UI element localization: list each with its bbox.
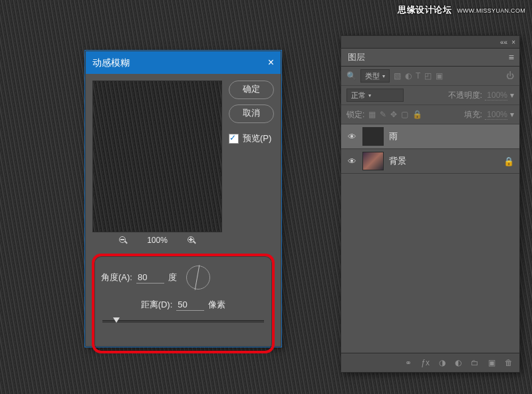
distance-slider[interactable]	[102, 316, 264, 325]
visibility-icon[interactable]: 👁	[346, 156, 357, 166]
filter-pixel-icon[interactable]: ▧	[394, 71, 401, 81]
dialog-titlebar[interactable]: 动感模糊 ×	[86, 51, 281, 74]
watermark: 思缘设计论坛 WWW.MISSYUAN.COM	[398, 4, 525, 16]
distance-label: 距离(D):	[141, 299, 173, 311]
chevron-down-icon: ▾	[368, 93, 371, 98]
fill-label: 填充:	[464, 109, 482, 120]
layer-name[interactable]: 雨	[389, 130, 398, 142]
filter-toggle-icon[interactable]: ⏻	[506, 71, 514, 81]
chevron-down-icon[interactable]: ▾	[510, 91, 514, 100]
group-icon[interactable]: 🗀	[471, 358, 479, 367]
layer-row[interactable]: 👁 背景 🔒	[341, 149, 519, 174]
filter-type-row: 🔍 类型 ▾ ▧ ◐ T ◰ ▣ ⏻	[341, 67, 519, 86]
dialog-body: 确定 取消 预览(P) 100% 角度(A): 度 距离(D): 像素	[86, 74, 281, 346]
lock-position-icon[interactable]: ✥	[390, 110, 397, 119]
blend-mode-label: 正常	[351, 91, 366, 100]
trash-icon[interactable]: 🗑	[505, 358, 513, 367]
zoom-row: 100%	[92, 235, 222, 246]
lock-row: 锁定: ▦ ✎ ✥ ▢ 🔒 填充: 100% ▾	[341, 105, 519, 124]
layers-panel: «« × 图层 ≡ 🔍 类型 ▾ ▧ ◐ T ◰ ▣ ⏻ 正常 ▾ 不透明度: …	[340, 35, 520, 373]
filter-adjust-icon[interactable]: ◐	[405, 71, 412, 81]
cancel-button[interactable]: 取消	[229, 104, 274, 123]
blend-row: 正常 ▾ 不透明度: 100% ▾	[341, 86, 519, 105]
collapse-icon[interactable]: ««	[500, 39, 507, 46]
search-icon[interactable]: 🔍	[346, 71, 356, 81]
distance-row: 距离(D): 像素	[101, 299, 265, 311]
slider-thumb[interactable]	[113, 317, 120, 323]
layer-row[interactable]: 👁 雨	[341, 124, 519, 149]
filter-type-icon[interactable]: T	[416, 71, 420, 81]
fill-value[interactable]: 100%	[485, 110, 507, 120]
layers-list: 👁 雨 👁 背景 🔒	[341, 124, 519, 174]
preview-checkbox[interactable]	[229, 134, 239, 144]
layer-name[interactable]: 背景	[389, 155, 406, 167]
kind-filter-label: 类型	[365, 71, 380, 81]
zoom-in-icon[interactable]	[186, 235, 197, 246]
zoom-out-icon[interactable]	[118, 235, 128, 246]
new-layer-icon[interactable]: ▣	[488, 358, 495, 367]
lock-pixels-icon[interactable]: ▦	[368, 110, 376, 119]
angle-label: 角度(A):	[101, 272, 132, 284]
lock-label: 锁定:	[346, 109, 364, 120]
visibility-icon[interactable]: 👁	[346, 132, 357, 142]
distance-input[interactable]	[176, 299, 204, 311]
distance-unit: 像素	[208, 299, 225, 311]
lock-brush-icon[interactable]: ✎	[380, 110, 386, 119]
preview-checkbox-label: 预览(P)	[243, 132, 271, 144]
opacity-label: 不透明度:	[448, 90, 482, 101]
fx-icon[interactable]: ƒx	[421, 358, 430, 367]
angle-row: 角度(A): 度	[101, 266, 265, 290]
ok-button[interactable]: 确定	[229, 81, 274, 99]
panel-topbar[interactable]: «« ×	[341, 36, 519, 49]
panel-close-icon[interactable]: ×	[511, 39, 515, 46]
angle-unit: 度	[168, 272, 177, 284]
panel-menu-icon[interactable]: ≡	[509, 52, 514, 63]
lock-icon[interactable]: 🔒	[503, 156, 514, 166]
chevron-down-icon[interactable]: ▾	[510, 110, 514, 119]
kind-filter-select[interactable]: 类型 ▾	[360, 69, 390, 83]
zoom-percent: 100%	[147, 236, 168, 245]
adjustment-icon[interactable]: ◐	[455, 358, 462, 367]
layer-thumbnail[interactable]	[362, 127, 384, 146]
tab-layers[interactable]: 图层	[341, 49, 372, 66]
filter-smart-icon[interactable]: ▣	[436, 71, 443, 81]
angle-input[interactable]	[136, 272, 164, 284]
slider-track	[102, 320, 264, 323]
lock-all-icon[interactable]: 🔒	[412, 110, 422, 119]
preview-thumbnail[interactable]	[92, 81, 222, 232]
link-layers-icon[interactable]: ⚭	[405, 358, 412, 367]
angle-dial[interactable]	[186, 266, 210, 290]
chevron-down-icon: ▾	[382, 73, 385, 79]
dialog-button-column: 确定 取消 预览(P)	[229, 81, 274, 144]
motion-blur-dialog: 动感模糊 × 确定 取消 预览(P) 100% 角度(A): 度	[85, 51, 281, 347]
watermark-url: WWW.MISSYUAN.COM	[457, 7, 525, 14]
opacity-value[interactable]: 100%	[485, 91, 507, 100]
close-icon[interactable]: ×	[268, 51, 274, 74]
mask-icon[interactable]: ◑	[439, 358, 446, 367]
blend-mode-select[interactable]: 正常 ▾	[346, 89, 404, 102]
preview-checkbox-row[interactable]: 预览(P)	[229, 132, 274, 144]
panel-footer: ⚭ ƒx ◑ ◐ 🗀 ▣ 🗑	[341, 353, 519, 372]
parameter-highlight-area: 角度(A): 度 距离(D): 像素	[92, 254, 275, 353]
filter-shape-icon[interactable]: ◰	[424, 71, 432, 81]
layer-thumbnail[interactable]	[362, 152, 384, 170]
panel-tabs: 图层 ≡	[341, 49, 519, 67]
watermark-text: 思缘设计论坛	[398, 5, 452, 15]
lock-artboard-icon[interactable]: ▢	[401, 110, 408, 119]
dialog-title: 动感模糊	[92, 51, 130, 74]
